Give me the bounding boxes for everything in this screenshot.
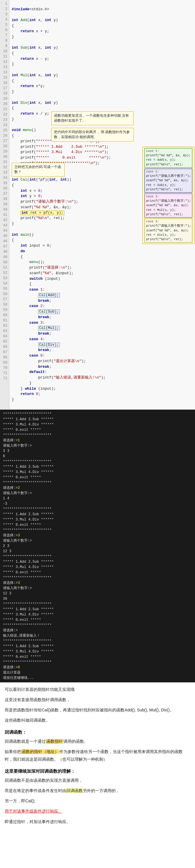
annotation-code-note: 把代码中不同的部分剥离开， 用 函数指针作为参数，实现相应功 能的调用。 [51,128,134,142]
explanation-detail5: 即通过指针，对加法事件进行响应。 [5,818,190,826]
explanation-detail1: 回调函数不是由该函数的实现方直接调用， [5,777,190,784]
explanation-def2: 如果你把函数的指针（地址）作为参数传递给另一个函数，当这个指针被用来调用其所指向… [5,748,190,763]
terminal-session-1: *********************** ***** 1.Add 2.Su… [3,411,192,459]
terminal-session-5: *********************** ***** 1.Add 2.Su… [3,601,192,639]
terminal-session-2: *********************** ***** 1.Add 2.Su… [3,459,192,506]
annotation-func-note: 函数功能更加灵活，一个函数包含多种功能 没有函数指针实现不了。 [51,112,134,125]
terminal-section: *********************** ***** 1.Add 2.Su… [0,410,195,682]
right-panel-cases: case 1: printf("%d %d", &x, &y); ret = A… [142,147,194,244]
section-title-2: 这里要继续加深对回调函数的理解： [5,767,190,775]
annotation-cal-note: 怎样把冗余的代码 写成一个函数？ [12,163,65,177]
explanation-detail3: 另一方，即Cal(); [5,797,190,805]
terminal-session-3: *********************** ***** 1.Add 2.Su… [3,506,192,554]
line-numbers: 12345 678910 1112131415 1617181920 21222… [0,0,9,409]
explanation-section: 可以看到计算器的期指针功能又实现哦 这里没有直接用函数指针调用函数， 而是把函数… [0,682,195,832]
explanation-def1: 回调函数就是一个通过函数指针调用的函数。 [5,738,190,745]
terminal-session-6: *********************** ***** 1.Add 2.Su… [3,639,192,681]
explanation-para3: 这些函数叫做回调函数。 [5,717,190,724]
explanation-detail2: 而是在将定的事件或条件发生时由回调函数另外的一方调用的， [5,787,190,795]
explanation-detail4: 用于对该事件或条件进行响应。 [5,808,190,815]
explanation-intro: 可以看到计算器的期指针功能又实现哦 [5,686,190,693]
code-section: 12345 678910 1112131415 1617181920 21222… [0,0,195,410]
section-title-1: 回调函数： [5,728,190,736]
explanation-para1: 这里没有直接用函数指针调用函数， [5,696,190,704]
terminal-session-4: *********************** ***** 1.Add 2.Su… [3,554,192,601]
explanation-para2: 而是把函数指针传给Cal()函数，再通过指针找到对应被指向的函数Add(), S… [5,706,190,714]
main-container: 12345 678910 1112131415 1617181920 21222… [0,0,195,832]
